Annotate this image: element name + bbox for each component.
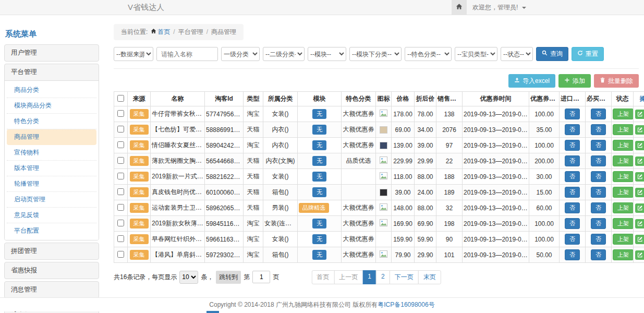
- batch-delete-button[interactable]: 批量删除: [594, 74, 639, 88]
- import-opt-toggle[interactable]: 否: [565, 171, 580, 182]
- module-none-badge[interactable]: 无: [312, 187, 326, 197]
- sidebar-item-模块商品分类[interactable]: 模块商品分类: [7, 98, 96, 114]
- status-badge[interactable]: 上架: [613, 155, 634, 166]
- per-page-select[interactable]: 10: [179, 271, 198, 284]
- sidebar-section-3[interactable]: 省惠快报: [5, 262, 99, 279]
- row-checkbox[interactable]: [117, 110, 124, 117]
- sidebar-item-意见反馈[interactable]: 意见反馈: [7, 208, 96, 223]
- module-badge[interactable]: 品牌精选: [299, 203, 329, 213]
- sidebar-item-启动页管理[interactable]: 启动页管理: [7, 192, 96, 208]
- sidebar-item-版本管理[interactable]: 版本管理: [7, 161, 96, 176]
- sidebar-section-1[interactable]: 平台管理: [5, 64, 99, 80]
- home-nav-button[interactable]: [452, 0, 467, 15]
- must-buy-toggle[interactable]: 否: [591, 187, 606, 198]
- user-menu[interactable]: 欢迎您，管理员!: [472, 0, 526, 15]
- source-badge[interactable]: 采集: [130, 219, 149, 228]
- status-badge[interactable]: 上架: [613, 249, 634, 260]
- must-buy-toggle[interactable]: 否: [591, 202, 606, 213]
- import-excel-button[interactable]: 导入excel: [508, 74, 555, 88]
- sidebar-item-商品管理[interactable]: 商品管理: [7, 129, 96, 145]
- icp-link[interactable]: 粤ICP备16098006号: [378, 301, 434, 308]
- add-button[interactable]: 添加: [558, 74, 591, 88]
- source-badge[interactable]: 采集: [130, 234, 149, 244]
- status-badge[interactable]: 上架: [613, 187, 634, 198]
- status-badge[interactable]: 上架: [613, 140, 634, 151]
- source-badge[interactable]: 采集: [130, 187, 149, 197]
- jump-button[interactable]: 跳转到: [216, 271, 241, 284]
- module-none-badge[interactable]: 无: [312, 109, 326, 119]
- must-buy-toggle[interactable]: 否: [591, 234, 606, 245]
- edit-button[interactable]: [635, 125, 644, 135]
- status-badge[interactable]: 上架: [613, 109, 634, 119]
- page-button-1[interactable]: 1: [362, 270, 376, 284]
- page-button-上一页[interactable]: 上一页: [334, 270, 363, 284]
- row-checkbox[interactable]: [117, 126, 124, 133]
- edit-button[interactable]: [635, 110, 644, 119]
- module-none-badge[interactable]: 无: [312, 140, 326, 150]
- must-buy-toggle[interactable]: 否: [591, 124, 606, 135]
- module-none-badge[interactable]: 无: [312, 234, 326, 244]
- status-badge[interactable]: 上架: [613, 234, 634, 245]
- page-button-首页[interactable]: 首页: [311, 270, 334, 284]
- module-none-badge[interactable]: 无: [312, 219, 326, 228]
- module-none-badge[interactable]: 无: [312, 172, 326, 182]
- must-buy-toggle[interactable]: 否: [591, 109, 606, 119]
- edit-button[interactable]: [635, 250, 644, 260]
- edit-button[interactable]: [635, 188, 644, 197]
- sidebar-section-2[interactable]: 拼团管理: [5, 243, 99, 259]
- filter-select-7[interactable]: --状态--: [501, 47, 533, 61]
- filter-select-5[interactable]: --特色分类--: [405, 47, 452, 61]
- row-checkbox[interactable]: [117, 173, 124, 179]
- row-checkbox[interactable]: [117, 235, 124, 242]
- page-button-末页[interactable]: 末页: [418, 270, 441, 284]
- sidebar-item-平台配置[interactable]: 平台配置: [7, 223, 96, 238]
- jump-page-input[interactable]: [252, 271, 270, 283]
- breadcrumb-home-link[interactable]: 首页: [157, 28, 170, 35]
- sidebar-item-商品分类[interactable]: 商品分类: [7, 82, 96, 98]
- reset-button[interactable]: 重置: [572, 47, 604, 61]
- filter-select-6[interactable]: --宝贝类型--: [455, 47, 497, 61]
- sidebar-item-宣传物料[interactable]: 宣传物料: [7, 145, 96, 161]
- edit-button[interactable]: [635, 172, 644, 182]
- import-opt-toggle[interactable]: 否: [565, 155, 580, 166]
- source-badge[interactable]: 采集: [130, 140, 149, 150]
- row-checkbox[interactable]: [117, 204, 124, 211]
- source-badge[interactable]: 采集: [130, 109, 149, 119]
- sidebar-item-轮播管理[interactable]: 轮播管理: [7, 176, 96, 192]
- import-opt-toggle[interactable]: 否: [565, 218, 580, 229]
- edit-button[interactable]: [635, 156, 644, 166]
- filter-select-1[interactable]: 一级分类: [221, 47, 260, 61]
- page-button-2[interactable]: 2: [376, 270, 390, 284]
- import-opt-toggle[interactable]: 否: [565, 124, 580, 135]
- source-badge[interactable]: 采集: [130, 172, 149, 182]
- status-badge[interactable]: 上架: [613, 218, 634, 229]
- select-all-checkbox[interactable]: [117, 95, 124, 102]
- sidebar-section-0[interactable]: 用户管理: [5, 45, 99, 61]
- sidebar-item-特色分类[interactable]: 特色分类: [7, 114, 96, 129]
- filter-select-2[interactable]: --二级分类--: [263, 47, 305, 61]
- sidebar-section-4[interactable]: 消息管理: [5, 282, 99, 298]
- import-opt-toggle[interactable]: 否: [565, 202, 580, 213]
- must-buy-toggle[interactable]: 否: [591, 140, 606, 151]
- module-none-badge[interactable]: 无: [312, 125, 326, 135]
- page-button-下一页[interactable]: 下一页: [390, 270, 419, 284]
- source-badge[interactable]: 采集: [130, 125, 149, 135]
- module-none-badge[interactable]: 无: [312, 250, 326, 260]
- must-buy-toggle[interactable]: 否: [591, 155, 606, 166]
- edit-button[interactable]: [635, 235, 644, 244]
- row-checkbox[interactable]: [117, 188, 124, 195]
- edit-button[interactable]: [635, 141, 644, 150]
- status-badge[interactable]: 上架: [613, 202, 634, 213]
- filter-select-4[interactable]: --模块下分类--: [349, 47, 402, 61]
- must-buy-toggle[interactable]: 否: [591, 171, 606, 182]
- source-badge[interactable]: 采集: [130, 156, 149, 166]
- filter-select-3[interactable]: --模块--: [308, 47, 346, 61]
- must-buy-toggle[interactable]: 否: [591, 249, 606, 260]
- import-opt-toggle[interactable]: 否: [565, 234, 580, 245]
- source-badge[interactable]: 采集: [130, 203, 149, 213]
- status-badge[interactable]: 上架: [613, 124, 634, 135]
- filter-select-0[interactable]: --数据来源--: [114, 47, 153, 61]
- must-buy-toggle[interactable]: 否: [591, 218, 606, 229]
- row-checkbox[interactable]: [117, 157, 124, 164]
- import-opt-toggle[interactable]: 否: [565, 109, 580, 119]
